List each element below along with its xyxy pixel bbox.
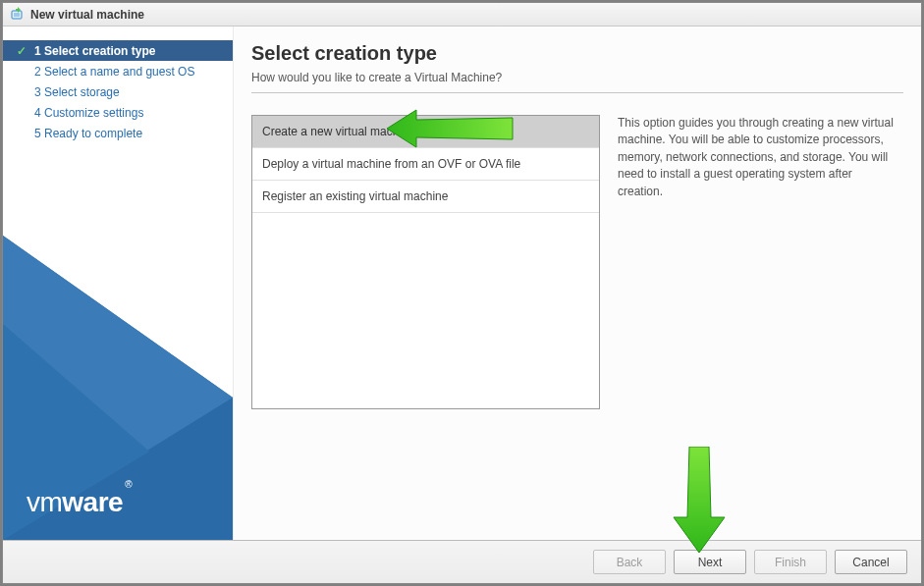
page-subheading: How would you like to create a Virtual M… <box>251 71 903 84</box>
wizard-steps: ✓1 Select creation type2 Select a name a… <box>3 27 233 143</box>
main-panel: Select creation type How would you like … <box>234 27 921 540</box>
wizard-footer: Back Next Finish Cancel <box>3 540 921 583</box>
dialog-body: ✓1 Select creation type2 Select a name a… <box>3 27 921 540</box>
wizard-step-label: 2 Select a name and guest OS <box>34 65 194 79</box>
creation-type-list: Create a new virtual machineDeploy a vir… <box>251 115 600 409</box>
wizard-step-label: 1 Select creation type <box>34 44 155 58</box>
wizard-dialog: New virtual machine ✓1 Select creation t… <box>2 2 922 584</box>
back-button[interactable]: Back <box>593 550 666 574</box>
titlebar: New virtual machine <box>3 3 921 27</box>
wizard-step-label: 3 Select storage <box>34 85 120 99</box>
window-title: New virtual machine <box>30 8 144 22</box>
sidebar-decor <box>3 167 233 540</box>
wizard-step-1: ✓1 Select creation type <box>3 40 233 61</box>
wizard-step-3[interactable]: 3 Select storage <box>3 81 233 102</box>
svg-rect-1 <box>14 13 20 17</box>
wizard-sidebar: ✓1 Select creation type2 Select a name a… <box>3 27 234 540</box>
page-heading: Select creation type <box>251 42 903 65</box>
wizard-step-label: 4 Customize settings <box>34 106 143 120</box>
next-button[interactable]: Next <box>674 550 746 574</box>
wizard-step-5[interactable]: 5 Ready to complete <box>3 123 233 143</box>
creation-option-2[interactable]: Register an existing virtual machine <box>252 181 599 213</box>
wizard-step-label: 5 Ready to complete <box>34 127 142 140</box>
check-icon: ✓ <box>17 44 28 58</box>
divider <box>251 92 903 93</box>
cancel-button[interactable]: Cancel <box>835 550 907 574</box>
vm-icon <box>9 7 25 23</box>
wizard-step-4[interactable]: 4 Customize settings <box>3 102 233 123</box>
creation-option-0[interactable]: Create a new virtual machine <box>252 116 599 148</box>
content-row: Create a new virtual machineDeploy a vir… <box>251 115 903 409</box>
finish-button[interactable]: Finish <box>754 550 827 574</box>
option-description: This option guides you through creating … <box>618 115 903 200</box>
vmware-logo: vmware® <box>27 487 132 518</box>
wizard-step-2[interactable]: 2 Select a name and guest OS <box>3 61 233 81</box>
creation-option-1[interactable]: Deploy a virtual machine from an OVF or … <box>252 148 599 181</box>
